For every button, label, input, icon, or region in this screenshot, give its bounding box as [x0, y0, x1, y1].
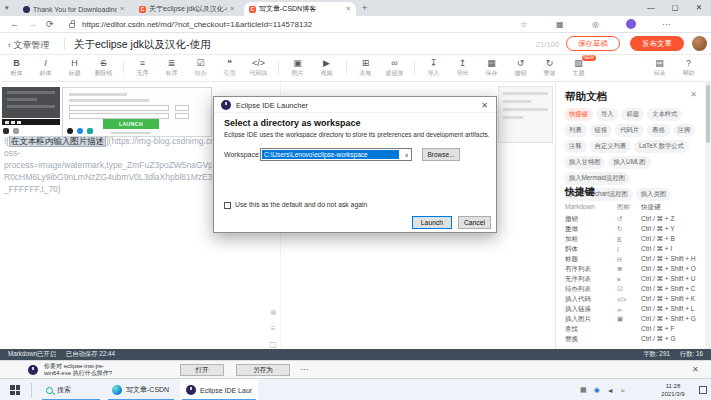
download-close-icon[interactable]: ✕ [692, 365, 699, 374]
start-button[interactable] [10, 385, 20, 395]
tray-volume-icon[interactable]: ◄ [607, 387, 614, 394]
toolbar-item[interactable]: ↥ 导出 [448, 55, 477, 81]
forward-icon[interactable]: → [28, 19, 37, 30]
frame-tool-icon[interactable]: ▢ [267, 340, 279, 349]
taskbar-eclipse-task[interactable]: Eclipse IDE Launc... [180, 379, 258, 400]
toolbar-item[interactable]: ☑ 待办 [186, 55, 215, 81]
selected-image-alt-text[interactable]: 在文本框内输入图片描述 [9, 136, 107, 147]
toolbar-item[interactable]: H 标题 [60, 55, 89, 81]
back-to-articles-link[interactable]: ‹ 文章管理 [8, 39, 50, 52]
window-minimize-button[interactable]: — [639, 0, 663, 16]
taskbar-search-button[interactable]: 搜索 [40, 379, 102, 400]
toolbar-item[interactable]: ▶ 视频 [312, 55, 341, 81]
tab-eclipse-download[interactable]: Thank You for Downloading Ecli ✕ [18, 2, 130, 16]
markdown-line[interactable]: process=image/watermark,type_ZmFuZ3poZW5… [4, 160, 212, 171]
toolbar-item[interactable]: ❝ 引用 [215, 55, 244, 81]
taskbar-clock[interactable]: 11:28 2021/3/9 [651, 382, 695, 398]
back-icon[interactable]: ← [10, 19, 19, 30]
toolbar-item[interactable]: S 删除线 [89, 55, 118, 81]
help-topic-pill[interactable]: 注脚 [673, 124, 696, 137]
help-topic-pill[interactable]: 插入甘特图 [564, 156, 605, 169]
favorite-star-icon[interactable]: ☆ [520, 20, 527, 29]
browser-menu-icon[interactable]: ⋯ [662, 20, 670, 29]
cancel-button[interactable]: Cancel [458, 216, 491, 229]
toolbar-item[interactable] [273, 55, 283, 81]
help-topic-pill[interactable]: 链接 [590, 124, 613, 137]
save-draft-button[interactable]: 保存草稿 [566, 36, 620, 51]
workspace-path-value[interactable]: C:\Users\Lenovo\eclipse-workspace [262, 150, 399, 159]
article-title-input[interactable]: 关于eclipse jdk以及汉化-使用 [74, 38, 211, 52]
toolbar-item[interactable]: </> 代码块 [244, 55, 273, 81]
tab-close-icon[interactable]: ✕ [120, 5, 125, 13]
toolbar-item[interactable]: ≣ 有序 [157, 55, 186, 81]
download-open-button[interactable]: 打开 [180, 364, 224, 376]
publish-button[interactable]: 发布文章 [630, 36, 684, 51]
help-topic-pill[interactable]: 表格 [647, 124, 670, 137]
tray-network-icon[interactable]: ≈ [621, 387, 625, 394]
user-avatar[interactable] [692, 36, 707, 51]
toolbar-item[interactable] [409, 55, 419, 81]
help-topic-pill[interactable]: 导入 [596, 108, 619, 121]
toolbar-item[interactable]: ⊞ 表格 [351, 55, 380, 81]
help-topic-pill[interactable]: 快捷键 [564, 108, 593, 121]
browser-avatar[interactable] [626, 19, 636, 29]
toolbar-item[interactable]: ? 帮助 [674, 55, 703, 81]
tray-photos-icon[interactable]: ▦ [580, 386, 587, 394]
help-topic-pill[interactable]: 自定义列表 [590, 140, 631, 153]
tab-actions-icon[interactable]: ▾ [5, 4, 9, 12]
toolbar-item[interactable]: ▣ 图片 [283, 55, 312, 81]
tab-close-icon[interactable]: ✕ [230, 5, 235, 13]
tray-app-icon[interactable]: ◉ [594, 386, 600, 394]
url-text[interactable]: https://editor.csdn.net/md/?not_checkout… [82, 20, 412, 29]
help-topic-pill[interactable]: 注释 [564, 140, 587, 153]
toolbar-item[interactable]: ▦ 保存 [477, 55, 506, 81]
help-topic-pill[interactable]: 文本样式 [647, 108, 682, 121]
workspace-combobox[interactable]: C:\Users\Lenovo\eclipse-workspace ∨ [260, 148, 412, 161]
anchor-tool-icon[interactable]: ⊕ [267, 308, 279, 317]
new-tab-button[interactable]: + [362, 3, 367, 13]
tab-csdn-editor[interactable]: C 写文章-CSDN博客 ✕ [244, 2, 356, 16]
help-topic-pill[interactable]: 插入Mermaid流程图 [564, 172, 630, 185]
taskbar-edge-task[interactable]: 写文章-CSDN博客... [106, 379, 176, 400]
toolbar-item[interactable]: ▧ 主题 NEW [564, 55, 593, 81]
browse-button[interactable]: Browse... [422, 148, 460, 161]
toolbar-item[interactable]: ∞ 超链接 [380, 55, 409, 81]
action-center-icon[interactable] [699, 386, 707, 394]
profile-icon[interactable]: ◎ [592, 20, 599, 29]
window-maximize-button[interactable]: ▢ [663, 0, 687, 16]
window-close-button[interactable]: ✕ [687, 0, 711, 16]
tab-close-icon[interactable]: ✕ [346, 5, 351, 13]
chevron-down-icon[interactable]: ∨ [405, 151, 409, 158]
download-more-icon[interactable]: ⋯ [300, 365, 308, 374]
help-topic-pill[interactable]: 代码片 [615, 124, 644, 137]
dialog-titlebar[interactable]: Eclipse IDE Launcher ✕ [214, 97, 496, 113]
toolbar-item[interactable] [118, 55, 128, 81]
help-topic-pill[interactable]: 插入类图 [636, 188, 671, 201]
browser-scrollbar[interactable] [705, 82, 711, 349]
help-topic-pill[interactable]: 标题 [621, 108, 644, 121]
toolbar-item[interactable] [341, 55, 351, 81]
toolbar-item[interactable]: ↻ 重做 [535, 55, 564, 81]
collections-icon[interactable]: ▦ [556, 20, 564, 29]
toolbar-item[interactable]: ≡ 无序 [128, 55, 157, 81]
markdown-line[interactable]: oss- [4, 148, 212, 159]
toolbar-item[interactable]: B 粗体 [2, 55, 31, 81]
markdown-line[interactable]: _FFFFFF,t_70) [4, 184, 212, 195]
refresh-icon[interactable]: ⟳ [46, 19, 54, 30]
default-workspace-checkbox[interactable] [224, 202, 231, 209]
dialog-close-icon[interactable]: ✕ [481, 101, 488, 110]
download-save-as-button[interactable]: 另存为 [236, 364, 290, 376]
toolbar-item[interactable]: ▤ 目录 [645, 55, 674, 81]
scrollbar-thumb[interactable] [706, 85, 710, 143]
toolbar-item[interactable]: ↺ 撤销 [506, 55, 535, 81]
help-topic-pill[interactable]: 插入UML图 [608, 156, 650, 169]
markdown-line[interactable]: R0cHM6Ly9ibG9nLmNzZG4ubmV0L3dlaXhpbl81Mz… [4, 172, 212, 183]
help-topic-pill[interactable]: 列表 [564, 124, 587, 137]
lines-tool-icon[interactable]: ≡ [267, 324, 279, 333]
launch-button[interactable]: Launch [412, 216, 452, 229]
help-topic-pill[interactable]: LaTeX 数学公式 [634, 140, 689, 153]
toolbar-item[interactable]: ↧ 导入 [419, 55, 448, 81]
help-close-icon[interactable]: ✕ [690, 90, 697, 99]
lock-icon[interactable] [69, 23, 75, 28]
tab-csdn-article[interactable]: C 关于eclipse jdk以及汉化-CSDN博客 ✕ [134, 2, 240, 16]
